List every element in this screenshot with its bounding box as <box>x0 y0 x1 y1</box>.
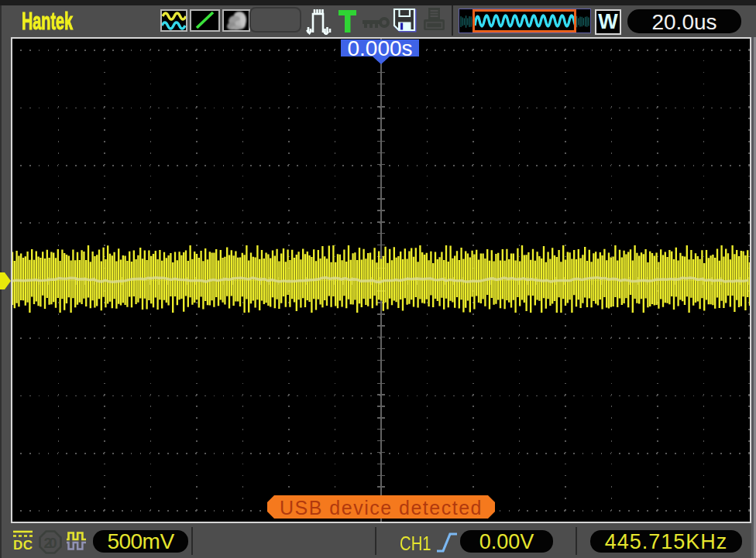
svg-text:20: 20 <box>44 535 57 551</box>
svg-text:DC: DC <box>13 538 33 551</box>
